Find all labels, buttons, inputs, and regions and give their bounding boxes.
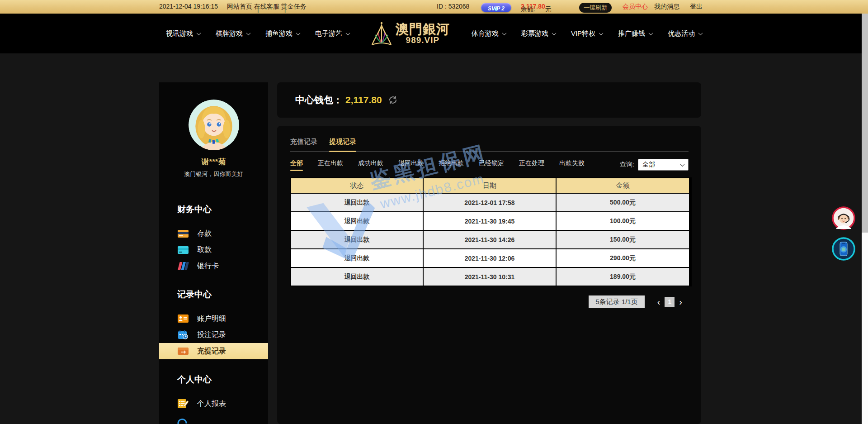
wallet-label: 中心钱包： [295, 94, 343, 106]
my-messages-link[interactable]: 我的消息 [654, 3, 679, 11]
sidebar-item-account-detail[interactable]: 账户明细 [159, 310, 268, 327]
record-tabs: 充值记录 提现记录 [290, 138, 689, 152]
page: 2021-12-04 19:16:15 网站首页 | 在线客服 | 赏金任务 I… [0, 0, 868, 424]
sidebar-item-label: 投注记录 [197, 330, 226, 340]
balance: 余额: 2,117.80 元 [521, 3, 545, 10]
sidebar-item-partial[interactable] [159, 412, 268, 424]
status-filters: 全部 正在出款 成功出款 退回出款 拒绝出款 已经锁定 正在处理 出款失败 查询… [290, 159, 689, 171]
section-finance-center: 财务中心 [177, 204, 268, 215]
chevron-down-icon [698, 31, 703, 35]
avatar [189, 100, 239, 150]
table-scrollbar[interactable] [689, 177, 692, 286]
one-key-refresh-button[interactable]: 一键刷新 [579, 3, 612, 13]
quick-links: 网站首页 | 在线客服 | 赏金任务 [227, 3, 307, 11]
sidebar-item-label: 充提记录 [197, 347, 226, 356]
sidebar-item-deposit[interactable]: 存款 [159, 225, 268, 242]
phone-app-icon [832, 237, 855, 261]
security-center-icon [177, 415, 189, 424]
withdraw-card-icon [177, 245, 189, 255]
nav-board-games[interactable]: 棋牌游戏 [216, 29, 250, 38]
member-center-link[interactable]: 会员中心 [623, 3, 648, 11]
filter-returned[interactable]: 退回出款 [398, 159, 424, 170]
link-separator: | [257, 5, 259, 13]
sidebar-item-deposit-withdraw-record[interactable]: 充提记录 [159, 343, 268, 359]
tab-deposit-record[interactable]: 充值记录 [290, 138, 317, 151]
site-logo[interactable]: 澳門銀河 989.VIP [371, 21, 450, 46]
cell-status: 退回出款 [291, 231, 423, 248]
cell-amount: 189.00元 [557, 268, 689, 286]
withdraw-table: 状态 日期 金额 退回出款 2021-12-01 17:58 500.00元 退… [290, 177, 693, 286]
personal-report-icon [177, 399, 189, 409]
logo-title: 澳門銀河 [396, 22, 450, 36]
filter-success[interactable]: 成功出款 [358, 159, 383, 170]
fountain-logo-icon [371, 21, 392, 46]
col-amount: 金额 [557, 178, 689, 193]
filter-processing[interactable]: 正在处理 [519, 159, 544, 170]
cell-status: 退回出款 [291, 212, 423, 230]
records-card: 充值记录 提现记录 全部 正在出款 成功出款 退回出款 拒绝出款 已经锁定 正在… [277, 126, 701, 424]
chevron-down-icon [552, 31, 556, 35]
nav-lottery-games[interactable]: 彩票游戏 [521, 29, 556, 38]
prev-page-button[interactable]: ‹ [656, 297, 662, 307]
page-scrollbar-thumb[interactable] [862, 14, 868, 233]
nav-promotion-earn[interactable]: 推广赚钱 [618, 29, 652, 38]
page-scrollbar-track[interactable] [862, 14, 868, 424]
filter-rejected[interactable]: 拒绝出款 [439, 159, 464, 170]
chevron-down-icon [246, 31, 250, 35]
chevron-down-icon [196, 31, 201, 35]
cell-status: 退回出款 [291, 268, 423, 286]
wallet-record-icon [177, 346, 189, 356]
wallet-amount: 2,117.80 [345, 95, 382, 105]
link-separator: | [284, 5, 286, 13]
balance-label: 余额: [521, 5, 535, 14]
link-home[interactable]: 网站首页 [227, 3, 252, 10]
cell-amount: 290.00元 [557, 249, 689, 267]
filter-failed[interactable]: 出款失败 [559, 159, 585, 170]
table-header-row: 状态 日期 金额 [291, 178, 689, 193]
sidebar-item-bet-record[interactable]: 投注记录 [159, 327, 268, 343]
filter-all[interactable]: 全部 [290, 159, 303, 170]
sidebar-item-bank-card[interactable]: 银行卡 [159, 258, 268, 274]
user-id: ID : 532068 [437, 3, 469, 10]
filter-paying[interactable]: 正在出款 [318, 159, 343, 170]
customer-service-float-button[interactable] [832, 206, 855, 230]
logout-link[interactable]: 登出 [690, 3, 703, 11]
main-navbar: 视讯游戏 棋牌游戏 捕鱼游戏 电子游艺 澳門銀河 [0, 14, 868, 53]
nav-fishing-games[interactable]: 捕鱼游戏 [265, 29, 300, 38]
nav-slot-games[interactable]: 电子游艺 [315, 29, 349, 38]
query-select[interactable]: 全部 [638, 159, 689, 171]
table-row: 退回出款 2021-11-30 10:31 189.00元 [291, 268, 689, 286]
sidebar-item-withdraw[interactable]: 取款 [159, 242, 268, 258]
next-page-button[interactable]: › [677, 297, 684, 307]
page-number-button[interactable]: 1 [665, 297, 675, 307]
sidebar: 谢***菊 澳门银河，因你而美好 财务中心 存款 取款 银行卡 [159, 82, 268, 424]
cell-amount: 500.00元 [557, 194, 689, 211]
nav-video-games[interactable]: 视讯游戏 [166, 29, 200, 38]
wallet-card: 中心钱包： 2,117.80 [277, 82, 701, 118]
nav-vip-privileges[interactable]: VIP特权 [571, 29, 603, 38]
sidebar-item-label: 账户明细 [197, 314, 226, 324]
chevron-down-icon [502, 31, 506, 35]
nav-sports-games[interactable]: 体育游戏 [472, 29, 506, 38]
cell-date: 2021-12-01 17:58 [424, 194, 556, 211]
filter-locked[interactable]: 已经锁定 [479, 159, 504, 170]
cell-amount: 100.00元 [557, 212, 689, 230]
timestamp: 2021-12-04 19:16:15 [159, 3, 218, 10]
bank-cards-icon [177, 261, 189, 271]
chevron-down-icon [345, 31, 350, 35]
tab-withdraw-record[interactable]: 提现记录 [329, 138, 356, 151]
cell-date: 2021-11-30 19:45 [424, 212, 556, 230]
sidebar-item-label: 取款 [197, 245, 212, 255]
wallet-refresh-icon[interactable] [387, 95, 398, 105]
chevron-down-icon [599, 31, 604, 35]
cell-date: 2021-11-30 14:26 [424, 231, 556, 248]
sidebar-item-personal-report[interactable]: 个人报表 [159, 395, 268, 412]
cell-amount: 150.00元 [557, 231, 689, 248]
sidebar-item-label: 个人报表 [197, 399, 226, 409]
section-personal-center: 个人中心 [177, 374, 268, 386]
app-download-float-button[interactable] [832, 237, 855, 261]
nav-promotions[interactable]: 优惠活动 [668, 29, 702, 38]
topbar: 2021-12-04 19:16:15 网站首页 | 在线客服 | 赏金任务 I… [0, 0, 868, 14]
chevron-down-icon [680, 162, 685, 167]
deposit-card-icon [177, 229, 189, 238]
